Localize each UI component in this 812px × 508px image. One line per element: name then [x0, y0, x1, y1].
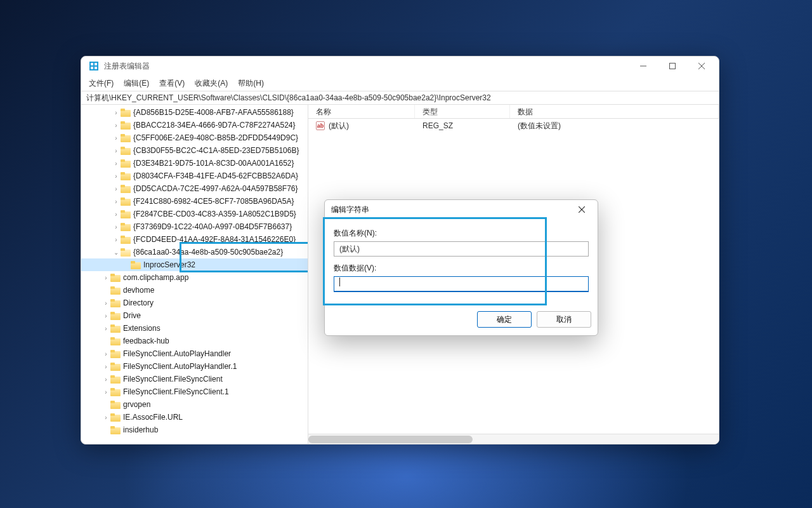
expand-icon[interactable]: ›: [112, 211, 121, 218]
tree-item[interactable]: ›Extensions: [81, 322, 308, 335]
tree-item[interactable]: ›FileSyncClient.AutoPlayHandler.1: [81, 360, 308, 373]
tree-item[interactable]: feedback-hub: [81, 335, 308, 347]
tree-item[interactable]: ›FileSyncClient.FileSyncClient.1: [81, 385, 308, 398]
tree-label: com.clipchamp.app: [123, 273, 188, 282]
folder-icon: [121, 171, 131, 180]
tree-item-clsid[interactable]: ›{D3E34B21-9D75-101A-8C3D-00AA001A1652}: [81, 157, 308, 170]
tree-label: {F2847CBE-CD03-4C83-A359-1A8052C1B9D5}: [133, 210, 296, 218]
tree-label: feedback-hub: [123, 337, 169, 345]
tree-label: {F241C880-6982-4CE5-8CF7-7085BA96DA5A}: [133, 197, 294, 206]
expand-icon[interactable]: ›: [112, 173, 121, 180]
tree-item[interactable]: ›IE.AssocFile.URL: [81, 411, 308, 424]
tree-label: FileSyncClient.FileSyncClient.1: [123, 387, 229, 396]
tree-item[interactable]: ›FileSyncClient.FileSyncClient: [81, 373, 308, 385]
expand-icon[interactable]: ›: [112, 109, 121, 116]
folder-icon: [121, 133, 131, 142]
expand-icon[interactable]: ›: [112, 135, 121, 142]
maximize-button[interactable]: [658, 57, 687, 76]
tree-item[interactable]: ›Drive: [81, 309, 308, 322]
tree-item-clsid[interactable]: ›{AD856B15-D25E-4008-AFB7-AFAA55586188}: [81, 106, 308, 119]
value-data-input[interactable]: [334, 276, 589, 292]
tree-item[interactable]: ›com.clipchamp.app: [81, 271, 308, 284]
menubar: 文件(F) 编辑(E) 查看(V) 收藏夹(A) 帮助(H): [81, 76, 719, 91]
tree-item[interactable]: ›FileSyncClient.AutoPlayHandler: [81, 347, 308, 360]
menu-view[interactable]: 查看(V): [155, 77, 188, 90]
folder-icon: [121, 184, 131, 193]
folder-icon: [110, 286, 121, 295]
expand-icon[interactable]: ›: [102, 300, 110, 307]
tree-label: {BBACC218-34EA-4666-9D7A-C78F2274A524}: [133, 121, 296, 130]
tree-item[interactable]: devhome: [81, 284, 308, 297]
tree-label: {CB3D0F55-BC2C-4C1A-85ED-23ED75B5106B}: [133, 146, 299, 155]
titlebar[interactable]: 注册表编辑器: [81, 57, 719, 76]
tree-item-clsid[interactable]: ›{FCDD4EED-41AA-492F-8A84-31A1546226E0}: [81, 233, 308, 246]
folder-icon: [110, 425, 121, 434]
expand-icon[interactable]: ›: [112, 185, 121, 192]
tree-label: devhome: [123, 286, 154, 295]
string-value-icon: ab: [316, 121, 325, 130]
value-name-input[interactable]: [334, 241, 589, 257]
tree-label: {AD856B15-D25E-4008-AFB7-AFAA55586188}: [133, 108, 294, 117]
tree-item[interactable]: insiderhub: [81, 424, 308, 436]
dialog-close-button[interactable]: [572, 201, 591, 218]
col-name[interactable]: 名称: [308, 105, 415, 118]
dialog-title-text: 编辑字符串: [331, 204, 369, 215]
value-row[interactable]: ab(默认) REG_SZ (数值未设置): [308, 119, 719, 133]
address-text: 计算机\HKEY_CURRENT_USER\Software\Classes\C…: [86, 93, 491, 104]
expand-icon[interactable]: ›: [112, 122, 121, 129]
expand-icon[interactable]: ›: [102, 363, 110, 370]
expand-icon[interactable]: ›: [112, 160, 121, 167]
folder-icon: [121, 146, 131, 155]
expand-icon[interactable]: ›: [112, 198, 121, 205]
close-button[interactable]: [687, 57, 716, 76]
svg-rect-6: [670, 64, 676, 69]
value-name: (默认): [329, 121, 349, 131]
expand-icon[interactable]: ›: [102, 351, 110, 358]
tree-item-clsid[interactable]: ›{C5FF006E-2AE9-408C-B85B-2DFDD5449D9C}: [81, 131, 308, 144]
tree-item[interactable]: grvopen: [81, 398, 308, 411]
cancel-button[interactable]: 取消: [537, 311, 591, 328]
expand-icon[interactable]: ›: [102, 376, 110, 383]
horizontal-scrollbar[interactable]: [308, 434, 719, 444]
scrollbar-thumb[interactable]: [308, 436, 473, 443]
address-bar[interactable]: 计算机\HKEY_CURRENT_USER\Software\Classes\C…: [81, 91, 719, 105]
svg-rect-4: [95, 67, 97, 69]
ok-button[interactable]: 确定: [477, 311, 532, 328]
folder-icon: [110, 324, 121, 333]
folder-icon: [121, 121, 131, 130]
tree-item-clsid[interactable]: ›{DD5CACDA-7C2E-4997-A62A-04A597B58F76}: [81, 182, 308, 195]
tree-item-clsid[interactable]: ›{CB3D0F55-BC2C-4C1A-85ED-23ED75B5106B}: [81, 144, 308, 157]
tree-label: {DD5CACDA-7C2E-4997-A62A-04A597B58F76}: [133, 184, 298, 193]
expand-icon[interactable]: ›: [102, 414, 110, 421]
minimize-button[interactable]: [629, 57, 658, 76]
expand-icon[interactable]: ›: [102, 312, 110, 319]
menu-help[interactable]: 帮助(H): [234, 77, 268, 90]
tree-label: {C5FF006E-2AE9-408C-B85B-2DFDD5449D9C}: [133, 133, 298, 142]
expand-icon[interactable]: ›: [102, 274, 110, 281]
expand-icon[interactable]: ›: [112, 236, 121, 243]
dialog-titlebar[interactable]: 编辑字符串: [325, 200, 598, 219]
tree-item-clsid[interactable]: ›{F241C880-6982-4CE5-8CF7-7085BA96DA5A}: [81, 195, 308, 208]
col-type[interactable]: 类型: [415, 105, 510, 118]
col-data[interactable]: 数据: [510, 105, 719, 118]
tree-item-clsid[interactable]: ›{D8034CFA-F34B-41FE-AD45-62FCBB52A6DA}: [81, 170, 308, 182]
expand-icon[interactable]: ›: [102, 325, 110, 332]
tree-pane[interactable]: ›{AD856B15-D25E-4008-AFB7-AFAA55586188}›…: [81, 105, 308, 444]
tree-item-selected-key[interactable]: ⌄{86ca1aa0-34aa-4e8b-a509-50c905bae2a2}: [81, 246, 308, 258]
folder-icon: [121, 108, 131, 117]
value-data-label: 数值数据(V):: [334, 263, 589, 274]
expand-icon[interactable]: ›: [112, 224, 121, 231]
expand-icon[interactable]: ›: [102, 389, 110, 396]
menu-favorites[interactable]: 收藏夹(A): [191, 77, 232, 90]
collapse-icon[interactable]: ⌄: [112, 249, 121, 256]
folder-icon: [110, 413, 121, 422]
tree-item-clsid[interactable]: ›{F37369D9-1C22-40A0-A997-0B4D5F7B6637}: [81, 220, 308, 233]
menu-edit[interactable]: 编辑(E): [120, 77, 153, 90]
menu-file[interactable]: 文件(F): [85, 77, 117, 90]
tree-item-inprocserver32[interactable]: InprocServer32: [81, 258, 308, 271]
tree-item-clsid[interactable]: ›{BBACC218-34EA-4666-9D7A-C78F2274A524}: [81, 119, 308, 131]
value-data: (数值未设置): [510, 121, 719, 131]
tree-item[interactable]: ›Directory: [81, 297, 308, 309]
expand-icon[interactable]: ›: [112, 147, 121, 154]
tree-item-clsid[interactable]: ›{F2847CBE-CD03-4C83-A359-1A8052C1B9D5}: [81, 208, 308, 220]
